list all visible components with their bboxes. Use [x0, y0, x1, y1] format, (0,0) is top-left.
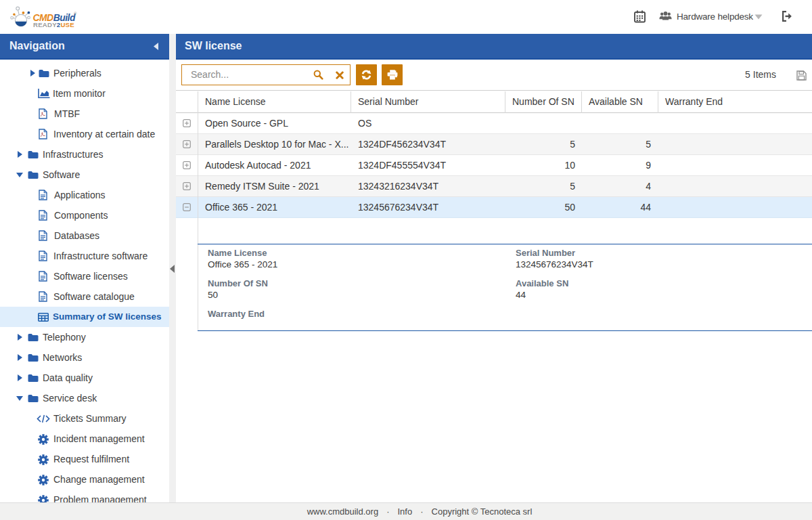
- svg-text:®: ®: [74, 12, 77, 16]
- svg-text:READY2USE: READY2USE: [33, 21, 74, 28]
